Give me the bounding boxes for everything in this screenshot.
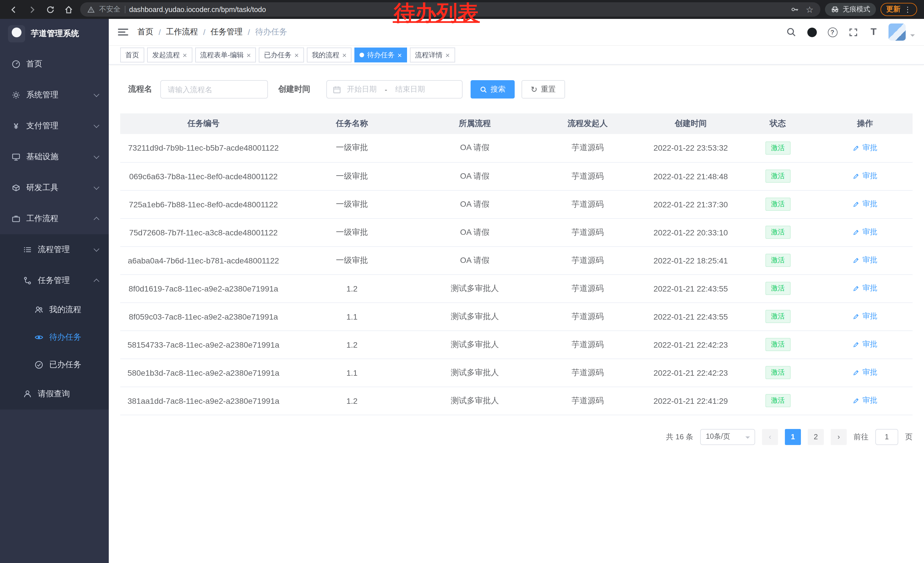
approve-link[interactable]: 审批: [853, 283, 878, 294]
goto-page-input[interactable]: [875, 429, 898, 445]
approve-link[interactable]: 审批: [853, 339, 878, 350]
sidebar-item-workflow[interactable]: 工作流程: [0, 203, 109, 234]
reset-button[interactable]: ↻ 重置: [522, 80, 565, 99]
cell-task-id: 580e1b3d-7ac8-11ec-a9e2-a2380e71991a: [120, 359, 286, 387]
sidebar-item-label: 请假查询: [38, 389, 70, 399]
sidebar-item-leave-query[interactable]: 请假查询: [0, 378, 109, 410]
sidebar-item-task-management[interactable]: 任务管理: [0, 265, 109, 296]
fullscreen-icon[interactable]: [847, 26, 859, 38]
close-icon[interactable]: ×: [398, 51, 402, 59]
sidebar-item-infrastructure[interactable]: 基础设施: [0, 141, 109, 173]
next-page-button[interactable]: ›: [831, 429, 847, 445]
close-icon[interactable]: ×: [294, 51, 298, 59]
browser-update-button[interactable]: 更新 ⋮: [880, 3, 917, 16]
prev-page-button[interactable]: ‹: [762, 429, 778, 445]
chevron-down-icon: [94, 92, 99, 97]
chevron-down-icon: [94, 246, 99, 252]
collapse-sidebar-icon[interactable]: [118, 29, 128, 36]
tabs-bar: 首页 发起流程 × 流程表单-编辑 × 已办任务 × 我的流程 ×: [109, 46, 924, 65]
sidebar-item-home[interactable]: 首页: [0, 49, 109, 80]
tab-start-process[interactable]: 发起流程 ×: [147, 48, 192, 62]
approve-link[interactable]: 审批: [853, 311, 878, 321]
sidebar-item-my-processes[interactable]: 我的流程: [0, 296, 109, 324]
cell-created: 2022-01-22 20:33:10: [643, 218, 738, 246]
approve-link[interactable]: 审批: [853, 143, 878, 153]
tab-my-processes[interactable]: 我的流程 ×: [307, 48, 352, 62]
bookmark-star-icon[interactable]: ☆: [806, 5, 813, 14]
cell-initiator: 芋道源码: [532, 246, 643, 274]
tab-done-tasks[interactable]: 已办任务 ×: [259, 48, 304, 62]
browser-home-button[interactable]: [62, 3, 76, 17]
search-button[interactable]: 搜索: [471, 80, 514, 99]
approve-link[interactable]: 审批: [853, 255, 878, 266]
date-range-picker[interactable]: 开始日期 - 结束日期: [326, 80, 463, 99]
page-button-1[interactable]: 1: [785, 429, 801, 445]
approve-link[interactable]: 审批: [853, 368, 878, 378]
search-icon[interactable]: [786, 26, 797, 38]
table-row: a6aba0a4-7b6d-11ec-b781-acde48001122 一级审…: [120, 246, 912, 274]
tab-home[interactable]: 首页: [120, 48, 144, 62]
avatar-caret-icon: [910, 35, 915, 39]
close-icon[interactable]: ×: [446, 51, 450, 59]
browser-reload-button[interactable]: [44, 3, 57, 17]
reset-button-label: 重置: [541, 84, 556, 95]
breadcrumb-item[interactable]: 任务管理: [211, 27, 243, 37]
cell-action: 审批: [818, 134, 912, 162]
sidebar-item-done-tasks[interactable]: 已办任务: [0, 351, 109, 378]
breadcrumb-item[interactable]: 首页: [137, 27, 153, 37]
edit-icon: [853, 369, 860, 376]
page-size-select[interactable]: 10条/页: [700, 429, 755, 445]
table-row: 58154733-7ac8-11ec-a9e2-a2380e71991a 1.2…: [120, 330, 912, 359]
cell-initiator: 芋道源码: [532, 162, 643, 190]
breadcrumb-item[interactable]: 工作流程: [166, 27, 198, 37]
font-size-icon[interactable]: T: [868, 26, 879, 38]
sidebar-item-dev-tools[interactable]: 研发工具: [0, 173, 109, 203]
close-icon[interactable]: ×: [246, 51, 251, 59]
sidebar-item-process-management[interactable]: 流程管理: [0, 234, 109, 265]
sidebar-item-payment-management[interactable]: ¥ 支付管理: [0, 111, 109, 141]
edit-icon: [853, 173, 860, 180]
approve-link[interactable]: 审批: [853, 227, 878, 237]
cell-initiator: 芋道源码: [532, 218, 643, 246]
password-key-icon[interactable]: [790, 5, 799, 14]
cell-process: OA 请假: [417, 134, 532, 162]
page-button-2[interactable]: 2: [808, 429, 824, 445]
approve-link[interactable]: 审批: [853, 171, 878, 181]
process-name-input[interactable]: [160, 80, 268, 99]
app-logo-row[interactable]: 芋道管理系统: [0, 19, 109, 49]
column-header: 状态: [738, 113, 818, 134]
browser-menu-icon[interactable]: ⋮: [904, 5, 911, 14]
omnibox-divider: [124, 6, 125, 13]
sidebar-item-label: 基础设施: [26, 152, 58, 162]
approve-link[interactable]: 审批: [853, 199, 878, 209]
approve-link[interactable]: 审批: [853, 395, 878, 406]
incognito-icon: [831, 5, 839, 14]
cell-task-id: 58154733-7ac8-11ec-a9e2-a2380e71991a: [120, 330, 286, 359]
sidebar-item-todo-tasks[interactable]: 待办任务: [0, 324, 109, 351]
sidebar-item-system-management[interactable]: 系统管理: [0, 80, 109, 111]
sidebar-item-label: 待办任务: [49, 332, 81, 342]
tab-todo-tasks[interactable]: 待办任务 ×: [355, 48, 407, 62]
reload-icon: [46, 5, 55, 14]
cell-task-name: 1.1: [286, 359, 417, 387]
cell-task-id: 8f0d1619-7ac8-11ec-a9e2-a2380e71991a: [120, 274, 286, 302]
close-icon[interactable]: ×: [342, 51, 346, 59]
tab-process-form-edit[interactable]: 流程表单-编辑 ×: [195, 48, 256, 62]
user-avatar[interactable]: [888, 24, 906, 41]
topbar-tools: ? T: [786, 24, 915, 41]
people-icon: [34, 305, 44, 314]
cell-task-name: 一级审批: [286, 134, 417, 162]
tab-process-detail[interactable]: 流程详情 ×: [410, 48, 455, 62]
cell-process: 测试多审批人: [417, 387, 532, 415]
sidebar-item-label: 任务管理: [38, 275, 70, 286]
cell-initiator: 芋道源码: [532, 274, 643, 302]
yen-icon: ¥: [12, 122, 21, 131]
browser-back-button[interactable]: [7, 3, 21, 17]
start-date-placeholder: 开始日期: [347, 84, 377, 95]
browser-forward-button[interactable]: [25, 3, 39, 17]
cell-created: 2022-01-21 22:41:29: [643, 387, 738, 415]
help-icon[interactable]: ?: [826, 26, 838, 38]
github-icon[interactable]: [806, 26, 818, 38]
goto-label: 前往: [854, 432, 868, 442]
close-icon[interactable]: ×: [183, 51, 187, 59]
